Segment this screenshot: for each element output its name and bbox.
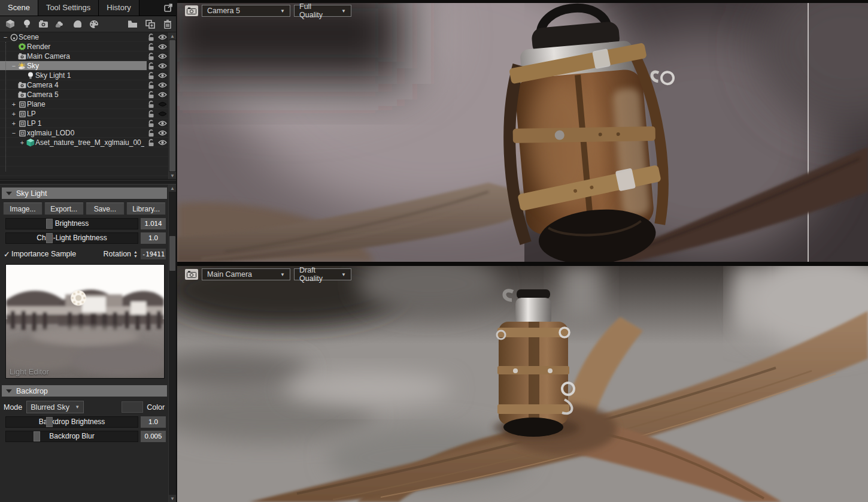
eye-visible-icon[interactable] [158,90,167,99]
camera-select-bottom[interactable]: Main Camera ▼ [202,268,290,280]
backdrop-mode-dropdown[interactable]: Blurred Sky ▼ [26,401,84,413]
eye-hidden-icon[interactable] [158,110,167,118]
tree-row-plane[interactable]: +Plane [0,99,168,109]
lock-open-icon[interactable] [147,110,156,118]
properties-scrollbar[interactable]: ▲ ▼ [168,185,176,502]
scrollbar-thumb[interactable] [169,236,175,271]
importance-sample-checkbox[interactable]: Importance Sample [11,250,76,258]
scroll-up-icon[interactable]: ▲ [169,32,176,40]
collapse-icon[interactable]: − [11,61,17,71]
tree-row-render[interactable]: Render [0,42,168,52]
expand-icon[interactable]: + [11,109,17,119]
collapse-icon[interactable]: − [11,128,17,138]
viewport-top[interactable]: Camera 5 ▼ Full Quality ▼ [177,0,868,262]
quality-select-top[interactable]: Full Quality ▼ [294,5,351,17]
tree-row-lp-1[interactable]: +LP 1 [0,119,168,128]
lock-open-icon[interactable] [147,81,156,89]
eye-visible-icon[interactable] [158,119,167,128]
tab-scene[interactable]: Scene [0,0,38,16]
expand-icon[interactable]: + [11,119,17,128]
environment-preview[interactable]: Light Editor [5,264,165,379]
brightness-slider-handle[interactable] [46,219,53,229]
backdrop-brightness-value[interactable]: 1.0 [141,416,166,428]
lock-open-icon[interactable] [147,52,156,61]
cube-icon[interactable] [5,19,15,29]
expand-icon[interactable]: + [11,99,17,109]
scroll-down-icon[interactable]: ▼ [169,172,176,179]
lock-open-icon[interactable] [147,43,156,51]
lock-open-icon[interactable] [147,62,156,70]
tab-history[interactable]: History [99,0,139,16]
backdrop-panel-header[interactable]: Backdrop [2,385,167,397]
camera-settings-button[interactable] [185,5,198,16]
tree-row-sky-light-1[interactable]: Sky Light 1 [0,71,168,80]
add-group-icon[interactable] [145,19,155,29]
popout-icon[interactable] [160,0,176,16]
lock-open-icon[interactable] [147,33,156,41]
eye-hidden-icon[interactable] [158,100,167,108]
eye-visible-icon[interactable] [158,33,167,41]
backdrop-brightness-slider-handle[interactable] [46,417,53,427]
export-button[interactable]: Export... [44,202,84,215]
scroll-down-icon[interactable]: ▼ [169,495,176,502]
eye-visible-icon[interactable] [158,129,167,137]
camera-select-top[interactable]: Camera 5 ▼ [202,5,290,17]
tree-row-scene[interactable]: −Scene [0,32,168,42]
environment-icon[interactable] [55,19,65,29]
camera-icon[interactable] [38,19,48,29]
collapse-icon[interactable]: − [2,32,8,42]
lock-open-icon[interactable] [147,129,156,137]
tree-row-xglmaiu-lod0[interactable]: −xglmaiu_LOD0 [0,128,168,138]
backdrop-blur-value[interactable]: 0.005 [141,431,166,442]
expand-icon[interactable]: + [19,138,25,147]
panel-splitter[interactable] [0,180,176,185]
rotation-value[interactable]: -19411 [141,249,166,259]
scroll-up-icon[interactable]: ▲ [169,185,176,192]
trash-icon[interactable] [162,19,172,29]
lock-open-icon[interactable] [147,138,156,147]
backdrop-blur-slider-track[interactable]: Backdrop Blur [5,431,138,442]
brightness-value[interactable]: 1.014 [141,218,166,229]
save-button[interactable]: Save... [86,202,125,215]
eye-visible-icon[interactable] [158,81,167,89]
lock-open-icon[interactable] [147,90,156,99]
eye-visible-icon[interactable] [158,43,167,51]
material-palette-icon[interactable] [89,19,99,29]
folder-icon[interactable] [128,19,138,29]
backdrop-blur-slider-handle[interactable] [34,431,40,441]
tree-row-camera-4[interactable]: Camera 4 [0,80,168,90]
viewport-separator[interactable] [177,262,868,266]
tree-row-lp[interactable]: +LP [0,109,168,119]
tree-row-sky[interactable]: −Sky [0,61,168,71]
tree-scrollbar[interactable]: ▲ ▼ [168,32,176,179]
backdrop-brightness-slider-track[interactable]: Backdrop Brightness [5,416,138,428]
bulb-icon[interactable] [22,19,32,29]
child-light-brightness-slider-handle[interactable] [46,233,53,243]
spin-down-icon[interactable]: ▼ [133,254,138,258]
tree-row-main-camera[interactable]: Main Camera [0,52,168,61]
child-light-brightness-slider-track[interactable]: Child-Light Brightness [5,232,138,244]
library-button[interactable]: Library... [126,202,166,215]
backdrop-color-swatch[interactable] [122,401,143,413]
eye-visible-icon[interactable] [158,138,167,147]
tree-row-camera-5[interactable]: Camera 5 [0,90,168,99]
camera-settings-button[interactable] [185,269,198,280]
lock-open-icon[interactable] [147,71,156,80]
skylight-panel-header[interactable]: Sky Light [2,188,167,199]
geometry-icon[interactable] [72,19,82,29]
viewport-bottom[interactable]: Main Camera ▼ Draft Quality ▼ [177,266,868,502]
brightness-slider-track[interactable]: Brightness [5,218,138,229]
tree-row-aset-nature-tree-m-xglmaiu-00-loi[interactable]: +Aset_nature_tree_M_xglmaiu_00_LOI [0,138,168,147]
eye-visible-icon[interactable] [158,52,167,61]
image-button[interactable]: Image... [3,202,43,215]
eye-visible-icon[interactable] [158,71,167,80]
scrollbar-thumb[interactable] [169,40,175,171]
lock-open-icon[interactable] [147,100,156,108]
rotation-spinner[interactable]: ▲▼ [133,250,138,258]
tab-tool-settings[interactable]: Tool Settings [38,0,99,16]
child-light-brightness-value[interactable]: 1.0 [141,232,166,244]
spin-up-icon[interactable]: ▲ [133,250,138,254]
lock-open-icon[interactable] [147,119,156,128]
quality-select-bottom[interactable]: Draft Quality ▼ [294,268,351,280]
eye-visible-icon[interactable] [158,62,167,70]
